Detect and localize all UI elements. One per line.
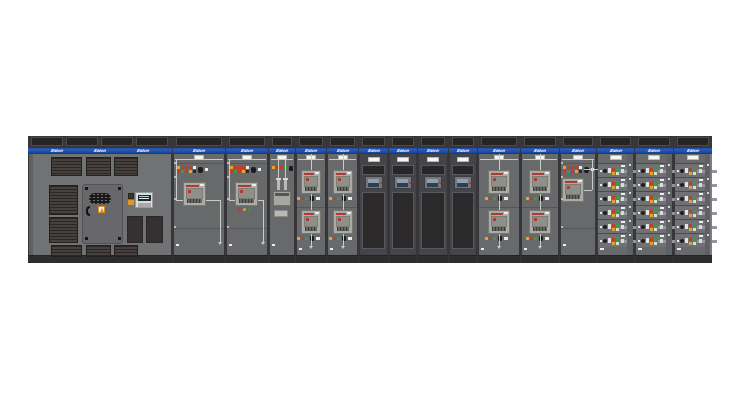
unit-label: [638, 240, 640, 242]
indicator-light: [234, 166, 237, 169]
door-label: [176, 244, 179, 246]
mimic-line: [175, 159, 223, 160]
indicator-light: [297, 237, 300, 240]
transformer-label: [274, 210, 288, 217]
top-grille-strip: [269, 136, 295, 147]
control-label: [545, 237, 549, 240]
hmi-display-glow: [397, 179, 408, 183]
top-grille: [31, 137, 63, 146]
indicator-light-white: [616, 214, 619, 217]
door-screw: [118, 237, 121, 240]
hmi-display-glow: [427, 179, 438, 183]
kick-base: [327, 255, 358, 263]
top-grille: [600, 137, 631, 146]
brand-logo: Eaton: [492, 149, 506, 153]
indicator-light-green: [654, 210, 657, 213]
indicator-light-yellow: [689, 172, 692, 175]
mimic-line: [540, 154, 541, 170]
door-label: [330, 248, 333, 250]
top-grille-strip: [449, 136, 477, 147]
mcc-unit-row: [598, 177, 627, 191]
mimic-line: [343, 234, 344, 246]
hmi-door-recess: [362, 192, 385, 249]
hinge-mark: [561, 162, 563, 164]
indicator-light-white: [693, 200, 696, 203]
mcc-unit-row: [675, 205, 705, 219]
indicator-light-green: [654, 182, 657, 185]
louver-vent: [86, 157, 111, 176]
control-label: [316, 197, 320, 200]
breaker-top-label: [565, 181, 577, 183]
vent-recess: [421, 165, 445, 175]
breaker-tab: [347, 212, 351, 214]
door-label: [299, 248, 302, 250]
wireway-trim: [627, 154, 633, 255]
end-panel: [710, 154, 712, 255]
brand-logo: Eaton: [426, 149, 440, 153]
breaker-red-indicator: [493, 178, 496, 181]
indicator-light-red: [612, 182, 615, 185]
brand-logo: Eaton: [647, 149, 661, 153]
vent-recess: [362, 165, 385, 175]
hmi-power-led: [409, 182, 411, 184]
unit-switch-knob: [641, 169, 645, 173]
top-grille: [481, 137, 517, 146]
wireway-mark: [707, 164, 709, 166]
mcc-unit-row: [675, 163, 705, 177]
unit-tag: [699, 221, 703, 223]
kick-base: [389, 255, 417, 263]
unit-reset-button: [646, 182, 649, 187]
control-knob: [584, 167, 589, 173]
indicator-light: [485, 237, 488, 240]
indicator-light-white: [616, 242, 619, 245]
top-grille-strip: [226, 136, 268, 147]
door-label: [272, 244, 275, 246]
indicator-light-red: [650, 210, 653, 213]
unit-label: [638, 198, 640, 200]
indicator-light: [571, 166, 574, 169]
breaker-rating-plate: [187, 199, 202, 203]
bay-14-mcc: Eaton: [597, 136, 634, 263]
indicator-light-green: [616, 182, 619, 185]
top-grille-strip: [597, 136, 634, 147]
unit-reset-button: [608, 210, 611, 215]
bushing-cap: [283, 178, 288, 180]
kick-base: [521, 255, 559, 263]
unit-handle-cap: [660, 183, 663, 187]
bay-03-breaker: Eaton: [226, 136, 268, 263]
bay-11-feeder: Eaton: [478, 136, 520, 263]
mimic-line: [285, 159, 286, 179]
mimic-arrow: [261, 242, 265, 245]
circuit-breaker: [235, 182, 258, 206]
breaker-red-indicator: [338, 218, 341, 221]
louver-vent: [86, 245, 111, 257]
top-grille-strip: [28, 136, 172, 147]
mimic-line: [263, 200, 264, 242]
breaker-top-label: [304, 213, 314, 215]
louver-vent: [49, 217, 78, 243]
bay-06-feeder: Eaton: [327, 136, 358, 263]
indicator-light: [337, 237, 340, 240]
wireway-mark: [707, 220, 709, 222]
breaker-top-label: [336, 213, 346, 215]
nameplate: [610, 155, 622, 160]
indicator-light: [526, 197, 529, 200]
top-grille-strip: [635, 136, 673, 147]
unit-switch-knob: [603, 183, 607, 187]
mimic-line: [311, 234, 312, 246]
hinge-mark: [174, 162, 176, 164]
wireway-mark: [668, 192, 670, 194]
bay-09-hmi: Eaton: [418, 136, 448, 263]
end-panel: [29, 154, 33, 255]
brand-logo: Eaton: [396, 149, 410, 153]
mcc-unit-row: [636, 163, 666, 177]
wireway-mark: [629, 220, 631, 222]
indicator-light-green: [616, 196, 619, 199]
top-grille: [330, 137, 355, 146]
unit-label: [600, 184, 602, 186]
indicator-light: [246, 170, 249, 173]
breaker-tab: [545, 172, 549, 174]
unit-handle-cap: [621, 239, 624, 243]
indicator-light-yellow: [612, 186, 615, 189]
top-grille: [176, 137, 222, 146]
